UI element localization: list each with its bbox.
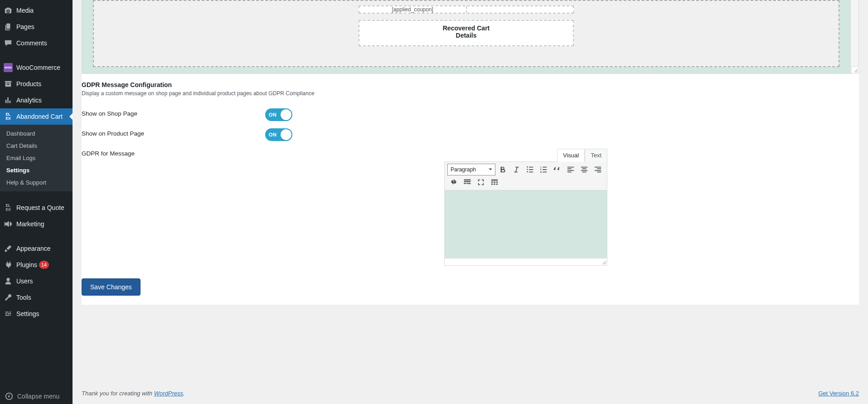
- pages-icon: [4, 22, 13, 31]
- editor-ol-button[interactable]: [537, 164, 550, 175]
- editor-read-more-button[interactable]: [461, 176, 474, 188]
- tools-icon: [4, 293, 13, 302]
- toggle-state-label: ON: [269, 112, 277, 117]
- collapse-menu-button[interactable]: Collapse menu: [0, 389, 73, 404]
- sidebar-item-label: Users: [16, 277, 33, 285]
- editor-resize-handle[interactable]: [851, 66, 858, 73]
- gdpr-show-product-label: Show on Product Page: [82, 128, 265, 137]
- editor-mode-tabs: Visual Text: [557, 148, 607, 161]
- gdpr-section-heading: GDPR Message Configuration: [82, 81, 859, 88]
- gdpr-show-shop-row: Show on Shop Page ON: [82, 105, 859, 125]
- sidebar-item-label: Marketing: [16, 220, 44, 228]
- toggle-state-label: ON: [269, 132, 277, 137]
- gdpr-show-shop-toggle[interactable]: ON: [265, 108, 292, 121]
- gdpr-show-product-toggle[interactable]: ON: [265, 128, 292, 141]
- editor-align-left-button[interactable]: [564, 164, 577, 175]
- woocommerce-icon: woo: [4, 63, 13, 72]
- plugins-icon: [4, 260, 13, 269]
- editor-scrollbar[interactable]: [850, 0, 858, 73]
- gdpr-section-description: Display a custom message on shop page an…: [82, 90, 859, 97]
- footer-wordpress-link[interactable]: WordPress: [154, 390, 183, 397]
- template-recovered-cart-block[interactable]: Recovered Cart Details: [359, 20, 574, 46]
- sidebar-item-request-quote[interactable]: ELEX Request a Quote: [0, 200, 73, 216]
- submenu-item-cart-details[interactable]: Cart Details: [0, 140, 73, 152]
- sidebar-item-label: Media: [16, 6, 34, 15]
- admin-footer: Thank you for creating with WordPress. G…: [73, 383, 868, 404]
- template-block-subtitle: Details: [364, 32, 568, 39]
- sidebar-item-label: Products: [16, 80, 41, 88]
- editor-align-right-button[interactable]: [592, 164, 604, 175]
- sidebar-item-label: Request a Quote: [16, 204, 64, 212]
- gdpr-message-row: GDPR for Message Visual Text Paragraph: [82, 145, 859, 269]
- editor-blockquote-button[interactable]: [551, 164, 563, 175]
- editor-tab-visual[interactable]: Visual: [557, 149, 585, 162]
- editor-bold-button[interactable]: [496, 164, 509, 175]
- footer-get-version-link[interactable]: Get Version 6.2: [818, 390, 859, 397]
- appearance-icon: [4, 244, 13, 253]
- sidebar-item-marketing[interactable]: Marketing: [0, 216, 73, 232]
- gdpr-message-label: GDPR for Message: [82, 148, 265, 157]
- toggle-knob: [281, 129, 291, 140]
- products-icon: [4, 79, 13, 88]
- email-template-editor: [applied_coupon] Recovered Cart Details: [82, 0, 859, 74]
- save-changes-button[interactable]: Save Changes: [82, 278, 141, 296]
- users-icon: [4, 277, 13, 286]
- comments-icon: [4, 39, 13, 48]
- editor-italic-button[interactable]: [510, 164, 523, 175]
- sidebar-item-settings[interactable]: Settings: [0, 306, 73, 322]
- sidebar-item-users[interactable]: Users: [0, 273, 73, 289]
- admin-sidebar: Media Pages Comments woo WooCommerce Pro…: [0, 0, 73, 404]
- collapse-icon: [5, 392, 14, 400]
- abandoned-cart-submenu: Dashboard Cart Details Email Logs Settin…: [0, 125, 73, 191]
- editor-fullscreen-button[interactable]: [475, 176, 487, 188]
- template-coupon-row[interactable]: [applied_coupon]: [359, 5, 574, 14]
- sidebar-item-label: Plugins: [16, 261, 37, 269]
- sidebar-item-pages[interactable]: Pages: [0, 19, 73, 35]
- sidebar-item-products[interactable]: Products: [0, 76, 73, 92]
- sidebar-item-media[interactable]: Media: [0, 2, 73, 19]
- editor-align-center-button[interactable]: [578, 164, 591, 175]
- settings-panel: [applied_coupon] Recovered Cart Details: [82, 0, 859, 305]
- sidebar-item-label: Comments: [16, 39, 47, 47]
- sidebar-item-label: Appearance: [16, 244, 51, 253]
- sidebar-item-label: Abandoned Cart: [16, 112, 63, 121]
- footer-thanks-text: Thank you for creating with: [82, 390, 154, 397]
- template-block-title: Recovered Cart: [364, 24, 568, 32]
- sidebar-item-appearance[interactable]: Appearance: [0, 240, 73, 257]
- sidebar-item-comments[interactable]: Comments: [0, 35, 73, 51]
- sidebar-item-label: Pages: [16, 23, 34, 31]
- editor-tab-text[interactable]: Text: [585, 149, 607, 162]
- sidebar-item-plugins[interactable]: Plugins 14: [0, 257, 73, 273]
- toggle-knob: [281, 109, 291, 120]
- sidebar-item-label: Settings: [16, 310, 39, 318]
- sidebar-item-label: Analytics: [16, 96, 42, 104]
- editor-ul-button[interactable]: [524, 164, 536, 175]
- editor-status-bar: [444, 258, 607, 266]
- submenu-item-email-logs[interactable]: Email Logs: [0, 152, 73, 164]
- submenu-item-settings[interactable]: Settings: [0, 164, 73, 176]
- editor-format-select[interactable]: Paragraph: [447, 164, 495, 175]
- page-body: [applied_coupon] Recovered Cart Details: [73, 0, 868, 404]
- settings-icon: [4, 309, 13, 318]
- elex-icon: ELEX: [4, 203, 13, 212]
- submenu-item-dashboard[interactable]: Dashboard: [0, 127, 73, 140]
- editor-toolbar-toggle-button[interactable]: [488, 176, 501, 188]
- elex-icon: ELEX: [4, 112, 13, 121]
- editor-toolbar: Paragraph: [444, 161, 607, 190]
- analytics-icon: [4, 96, 13, 105]
- submenu-item-help-support[interactable]: Help & Support: [0, 176, 73, 189]
- camera-icon: [4, 6, 13, 15]
- megaphone-icon: [4, 219, 13, 229]
- sidebar-item-analytics[interactable]: Analytics: [0, 92, 73, 108]
- sidebar-item-label: WooCommerce: [16, 63, 60, 72]
- sidebar-item-tools[interactable]: Tools: [0, 289, 73, 306]
- editor-link-button[interactable]: [447, 176, 460, 188]
- plugins-update-badge: 14: [39, 261, 49, 269]
- gdpr-message-editor[interactable]: [444, 190, 607, 258]
- collapse-menu-label: Collapse menu: [17, 393, 59, 400]
- gdpr-show-product-row: Show on Product Page ON: [82, 125, 859, 145]
- sidebar-item-abandoned-cart[interactable]: ELEX Abandoned Cart: [0, 108, 73, 125]
- gdpr-show-shop-label: Show on Shop Page: [82, 108, 265, 117]
- template-placeholder-token: [applied_coupon]: [359, 6, 467, 13]
- sidebar-item-woocommerce[interactable]: woo WooCommerce: [0, 59, 73, 76]
